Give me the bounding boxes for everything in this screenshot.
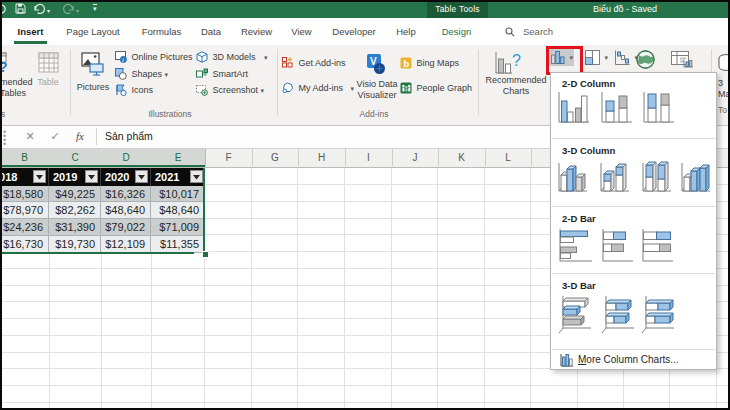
more-column-charts-item[interactable]: More Column Charts... bbox=[551, 350, 716, 370]
insert-function-icon[interactable]: fx bbox=[70, 125, 90, 147]
chart-3d-clustered-column[interactable] bbox=[555, 161, 591, 197]
column-header-d[interactable]: D bbox=[101, 148, 152, 166]
table-cell[interactable]: $19,730 bbox=[49, 236, 101, 253]
svg-text:b: b bbox=[403, 58, 409, 69]
table-cell[interactable]: $82,262 bbox=[49, 202, 101, 219]
redo-icon[interactable] bbox=[62, 3, 75, 15]
filter-button[interactable] bbox=[190, 170, 203, 183]
3d-models-button[interactable]: 3D Models ▾ bbox=[196, 49, 268, 65]
table-cell[interactable]: $49,225 bbox=[49, 186, 101, 203]
chart-3d-column[interactable] bbox=[678, 161, 714, 197]
table-cell[interactable]: $11,355 bbox=[151, 236, 205, 253]
get-addins-button[interactable]: Get Add-ins bbox=[282, 55, 346, 71]
redo-caret-icon[interactable]: ▾ bbox=[76, 5, 79, 17]
tab-page-layout[interactable]: Page Layout bbox=[62, 18, 124, 45]
table-cell[interactable]: $31,390 bbox=[49, 219, 101, 236]
undo-caret-icon[interactable]: ▾ bbox=[47, 5, 50, 17]
search-label: Search bbox=[523, 26, 553, 37]
table-row: $24,236 $31,390 $79,022 $71,009 bbox=[0, 219, 205, 236]
3d-map-icon bbox=[717, 54, 730, 74]
column-header-f[interactable]: F bbox=[205, 148, 253, 166]
chart-stacked-column[interactable] bbox=[600, 92, 633, 124]
pivotchart-button[interactable] bbox=[671, 51, 695, 69]
column-header-fragment[interactable] bbox=[531, 148, 551, 166]
enter-icon[interactable]: ✓ bbox=[45, 125, 65, 147]
column-header-g[interactable]: G bbox=[252, 148, 299, 166]
column-header-l[interactable]: L bbox=[485, 148, 532, 166]
chart-3d-stacked-column[interactable] bbox=[597, 161, 633, 197]
tab-help[interactable]: Help bbox=[394, 18, 418, 45]
chart-3d-stacked-bar[interactable] bbox=[600, 296, 636, 334]
table-header-cell[interactable]: 2021 bbox=[151, 168, 205, 186]
column-header-j[interactable]: J bbox=[392, 148, 439, 166]
chart-3d-100-stacked-column[interactable] bbox=[639, 161, 675, 197]
table-cell[interactable]: $18,580 bbox=[0, 186, 49, 203]
people-graph-button[interactable]: People Graph bbox=[400, 80, 472, 96]
excel-window: ▾ ▾ ▾ Table Tools Biểu đồ - Saved Insert… bbox=[0, 0, 730, 410]
table-header-cell[interactable]: 2019 bbox=[49, 168, 101, 186]
formula-bar-input[interactable]: Sản phẩm bbox=[105, 125, 153, 147]
icons-button[interactable]: Icons bbox=[115, 82, 153, 98]
table-cell[interactable]: $16,730 bbox=[0, 236, 49, 253]
selection-fill-handle[interactable] bbox=[202, 251, 209, 258]
column-header-e[interactable]: E bbox=[151, 148, 206, 166]
get-addins-icon bbox=[282, 57, 294, 69]
online-pictures-button[interactable]: i Online Pictures bbox=[115, 49, 193, 65]
tables-group-label-fragment: s bbox=[0, 108, 8, 120]
tab-design[interactable]: Design bbox=[439, 18, 474, 45]
column-header-c[interactable]: C bbox=[49, 148, 102, 166]
table-cell[interactable]: $16,326 bbox=[101, 186, 151, 203]
customize-qat-icon[interactable]: ▾ bbox=[93, 4, 97, 13]
tab-developer[interactable]: Developer bbox=[329, 18, 379, 45]
screenshot-icon bbox=[196, 84, 208, 96]
chart-clustered-column[interactable] bbox=[557, 92, 590, 124]
bing-maps-button[interactable]: b Bing Maps bbox=[400, 55, 459, 71]
table-cell[interactable]: $12,109 bbox=[101, 236, 151, 253]
filter-button[interactable] bbox=[135, 170, 148, 183]
formula-bar-grip[interactable]: •••• bbox=[3, 130, 6, 143]
filter-button[interactable] bbox=[33, 170, 46, 183]
undo-icon[interactable] bbox=[33, 3, 46, 15]
table-cell[interactable]: $10,017 bbox=[151, 186, 205, 203]
save-icon[interactable] bbox=[15, 3, 26, 14]
insert-hierarchy-chart-button[interactable]: ▾ bbox=[583, 49, 610, 66]
table-cell[interactable]: $78,970 bbox=[0, 202, 49, 219]
table-cell[interactable]: $48,640 bbox=[151, 202, 205, 219]
column-header-fragment[interactable] bbox=[717, 148, 730, 166]
table-header-row: 2018 2019 2020 2021 bbox=[0, 168, 205, 186]
tab-insert[interactable]: Insert bbox=[14, 18, 47, 45]
tab-data[interactable]: Data bbox=[199, 18, 223, 45]
filter-button[interactable] bbox=[85, 170, 98, 183]
column-header-b[interactable]: B bbox=[0, 148, 50, 166]
smartart-button[interactable]: SmartArt bbox=[196, 66, 248, 82]
shapes-icon bbox=[115, 68, 127, 80]
column-header-h[interactable]: H bbox=[298, 148, 346, 166]
chart-100-stacked-column[interactable] bbox=[642, 92, 675, 124]
chart-type-dropdown: 2-D Column 3-D Column bbox=[550, 72, 717, 370]
tab-view[interactable]: View bbox=[289, 18, 314, 45]
tab-review[interactable]: Review bbox=[238, 18, 275, 45]
cancel-icon[interactable]: ✕ bbox=[20, 125, 40, 147]
my-addins-button[interactable]: My Add-ins ▾ bbox=[282, 80, 354, 96]
autosave-icon[interactable] bbox=[0, 3, 8, 15]
table-cell[interactable]: $71,009 bbox=[151, 219, 205, 236]
maps-button[interactable] bbox=[636, 50, 656, 70]
shapes-button[interactable]: Shapes ▾ bbox=[115, 66, 168, 82]
column-header-k[interactable]: K bbox=[438, 148, 486, 166]
chart-stacked-bar[interactable] bbox=[600, 229, 633, 263]
section-title: 3-D Bar bbox=[562, 280, 596, 291]
table-cell[interactable]: $79,022 bbox=[101, 219, 151, 236]
table-header-cell[interactable]: 2020 bbox=[101, 168, 151, 186]
tab-formulas[interactable]: Formulas bbox=[138, 18, 185, 45]
search-box[interactable]: Search bbox=[505, 18, 553, 45]
table-row: $18,580 $49,225 $16,326 $10,017 bbox=[0, 186, 205, 203]
table-cell[interactable]: $24,236 bbox=[0, 219, 49, 236]
chart-3d-100-stacked-bar[interactable] bbox=[640, 296, 676, 334]
column-header-i[interactable]: I bbox=[345, 148, 393, 166]
table-cell[interactable]: $48,640 bbox=[101, 202, 151, 219]
screenshot-button[interactable]: Screenshot ▾ bbox=[196, 82, 264, 98]
chart-100-stacked-bar[interactable] bbox=[640, 229, 673, 263]
table-header-cell[interactable]: 2018 bbox=[0, 168, 49, 186]
chart-clustered-bar[interactable] bbox=[557, 229, 593, 263]
chart-3d-clustered-bar[interactable] bbox=[557, 296, 593, 334]
